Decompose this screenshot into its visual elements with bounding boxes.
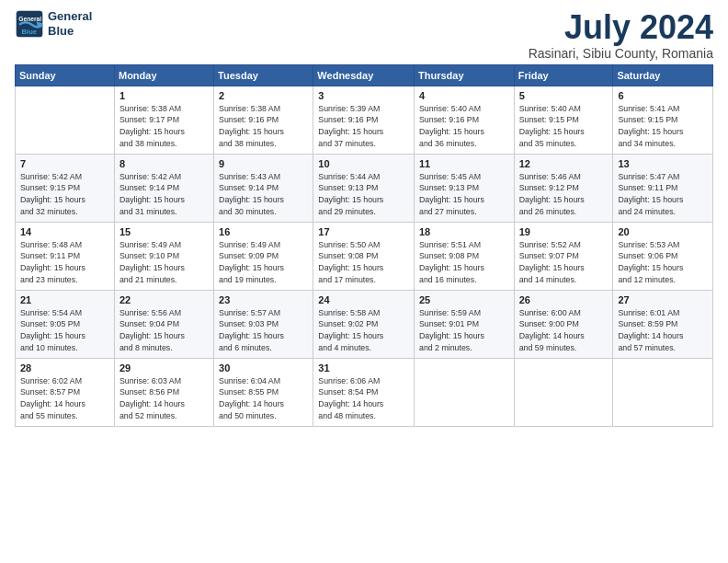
calendar-cell: 8Sunrise: 5:42 AM Sunset: 9:14 PM Daylig…	[114, 154, 213, 222]
calendar-cell: 15Sunrise: 5:49 AM Sunset: 9:10 PM Dayli…	[114, 222, 213, 290]
day-info: Sunrise: 5:49 AM Sunset: 9:10 PM Dayligh…	[119, 239, 209, 286]
day-info: Sunrise: 5:42 AM Sunset: 9:15 PM Dayligh…	[20, 171, 109, 218]
day-number: 11	[419, 158, 509, 169]
svg-text:General: General	[18, 16, 41, 22]
day-info: Sunrise: 5:47 AM Sunset: 9:11 PM Dayligh…	[618, 171, 708, 218]
calendar-cell	[514, 358, 613, 426]
page: General Blue General Blue July 2024 Rasi…	[0, 0, 728, 563]
calendar-cell	[414, 358, 514, 426]
day-number: 16	[219, 226, 308, 237]
day-number: 21	[20, 294, 109, 305]
day-info: Sunrise: 5:52 AM Sunset: 9:07 PM Dayligh…	[519, 239, 609, 286]
day-info: Sunrise: 5:58 AM Sunset: 9:02 PM Dayligh…	[318, 307, 409, 354]
calendar-cell: 21Sunrise: 5:54 AM Sunset: 9:05 PM Dayli…	[16, 290, 115, 358]
day-number: 3	[318, 90, 409, 101]
calendar-cell: 3Sunrise: 5:39 AM Sunset: 9:16 PM Daylig…	[313, 86, 415, 154]
calendar-cell: 5Sunrise: 5:40 AM Sunset: 9:15 PM Daylig…	[514, 86, 613, 154]
calendar-cell: 13Sunrise: 5:47 AM Sunset: 9:11 PM Dayli…	[613, 154, 713, 222]
day-info: Sunrise: 5:45 AM Sunset: 9:13 PM Dayligh…	[419, 171, 509, 218]
svg-text:Blue: Blue	[22, 28, 37, 36]
calendar-header-row: SundayMondayTuesdayWednesdayThursdayFrid…	[16, 64, 713, 86]
subtitle: Rasinari, Sibiu County, Romania	[529, 46, 713, 61]
day-header-sunday: Sunday	[16, 64, 115, 86]
calendar-cell: 28Sunrise: 6:02 AM Sunset: 8:57 PM Dayli…	[16, 358, 115, 426]
day-number: 12	[519, 158, 609, 169]
title-block: July 2024 Rasinari, Sibiu County, Romani…	[529, 9, 713, 61]
header: General Blue General Blue July 2024 Rasi…	[15, 9, 713, 61]
day-info: Sunrise: 5:40 AM Sunset: 9:15 PM Dayligh…	[519, 103, 609, 150]
day-header-saturday: Saturday	[613, 64, 713, 86]
day-info: Sunrise: 6:06 AM Sunset: 8:54 PM Dayligh…	[318, 375, 409, 422]
day-header-wednesday: Wednesday	[313, 64, 415, 86]
day-info: Sunrise: 6:00 AM Sunset: 9:00 PM Dayligh…	[519, 307, 609, 354]
day-number: 4	[419, 90, 509, 101]
day-number: 23	[219, 294, 308, 305]
calendar-cell	[613, 358, 713, 426]
day-number: 17	[318, 226, 409, 237]
day-number: 13	[618, 158, 708, 169]
day-info: Sunrise: 5:49 AM Sunset: 9:09 PM Dayligh…	[219, 239, 308, 286]
day-info: Sunrise: 5:39 AM Sunset: 9:16 PM Dayligh…	[318, 103, 409, 150]
day-number: 14	[20, 226, 109, 237]
calendar-table: SundayMondayTuesdayWednesdayThursdayFrid…	[15, 64, 713, 427]
calendar-week-4: 21Sunrise: 5:54 AM Sunset: 9:05 PM Dayli…	[16, 290, 713, 358]
calendar-cell: 23Sunrise: 5:57 AM Sunset: 9:03 PM Dayli…	[214, 290, 313, 358]
day-info: Sunrise: 6:04 AM Sunset: 8:55 PM Dayligh…	[219, 375, 308, 422]
calendar-cell: 9Sunrise: 5:43 AM Sunset: 9:14 PM Daylig…	[214, 154, 313, 222]
day-info: Sunrise: 6:02 AM Sunset: 8:57 PM Dayligh…	[20, 375, 109, 422]
day-info: Sunrise: 5:59 AM Sunset: 9:01 PM Dayligh…	[419, 307, 509, 354]
day-number: 28	[20, 362, 109, 373]
day-number: 6	[618, 90, 708, 101]
calendar-week-5: 28Sunrise: 6:02 AM Sunset: 8:57 PM Dayli…	[16, 358, 713, 426]
day-number: 10	[318, 158, 409, 169]
day-header-monday: Monday	[114, 64, 213, 86]
day-number: 18	[419, 226, 509, 237]
day-header-friday: Friday	[514, 64, 613, 86]
day-info: Sunrise: 6:01 AM Sunset: 8:59 PM Dayligh…	[618, 307, 708, 354]
day-info: Sunrise: 5:41 AM Sunset: 9:15 PM Dayligh…	[618, 103, 708, 150]
day-number: 20	[618, 226, 708, 237]
calendar-cell	[16, 86, 115, 154]
day-number: 26	[519, 294, 609, 305]
logo-icon: General Blue	[15, 9, 44, 39]
logo: General Blue General Blue	[15, 9, 92, 39]
day-info: Sunrise: 5:53 AM Sunset: 9:06 PM Dayligh…	[618, 239, 708, 286]
day-number: 8	[119, 158, 209, 169]
calendar-cell: 1Sunrise: 5:38 AM Sunset: 9:17 PM Daylig…	[114, 86, 213, 154]
day-number: 22	[119, 294, 209, 305]
day-info: Sunrise: 5:56 AM Sunset: 9:04 PM Dayligh…	[119, 307, 209, 354]
calendar-cell: 22Sunrise: 5:56 AM Sunset: 9:04 PM Dayli…	[114, 290, 213, 358]
day-number: 5	[519, 90, 609, 101]
calendar-cell: 20Sunrise: 5:53 AM Sunset: 9:06 PM Dayli…	[613, 222, 713, 290]
calendar-cell: 4Sunrise: 5:40 AM Sunset: 9:16 PM Daylig…	[414, 86, 514, 154]
calendar-cell: 6Sunrise: 5:41 AM Sunset: 9:15 PM Daylig…	[613, 86, 713, 154]
calendar-cell: 18Sunrise: 5:51 AM Sunset: 9:08 PM Dayli…	[414, 222, 514, 290]
day-number: 15	[119, 226, 209, 237]
calendar-cell: 31Sunrise: 6:06 AM Sunset: 8:54 PM Dayli…	[313, 358, 415, 426]
day-info: Sunrise: 5:38 AM Sunset: 9:17 PM Dayligh…	[119, 103, 209, 150]
day-info: Sunrise: 5:42 AM Sunset: 9:14 PM Dayligh…	[119, 171, 209, 218]
day-number: 25	[419, 294, 509, 305]
calendar-cell: 19Sunrise: 5:52 AM Sunset: 9:07 PM Dayli…	[514, 222, 613, 290]
day-info: Sunrise: 5:43 AM Sunset: 9:14 PM Dayligh…	[219, 171, 308, 218]
calendar-week-2: 7Sunrise: 5:42 AM Sunset: 9:15 PM Daylig…	[16, 154, 713, 222]
calendar-cell: 25Sunrise: 5:59 AM Sunset: 9:01 PM Dayli…	[414, 290, 514, 358]
calendar-cell: 11Sunrise: 5:45 AM Sunset: 9:13 PM Dayli…	[414, 154, 514, 222]
calendar-cell: 26Sunrise: 6:00 AM Sunset: 9:00 PM Dayli…	[514, 290, 613, 358]
day-header-tuesday: Tuesday	[214, 64, 313, 86]
day-number: 27	[618, 294, 708, 305]
calendar-week-3: 14Sunrise: 5:48 AM Sunset: 9:11 PM Dayli…	[16, 222, 713, 290]
calendar-week-1: 1Sunrise: 5:38 AM Sunset: 9:17 PM Daylig…	[16, 86, 713, 154]
calendar-cell: 2Sunrise: 5:38 AM Sunset: 9:16 PM Daylig…	[214, 86, 313, 154]
day-number: 24	[318, 294, 409, 305]
day-info: Sunrise: 6:03 AM Sunset: 8:56 PM Dayligh…	[119, 375, 209, 422]
calendar-cell: 29Sunrise: 6:03 AM Sunset: 8:56 PM Dayli…	[114, 358, 213, 426]
day-info: Sunrise: 5:46 AM Sunset: 9:12 PM Dayligh…	[519, 171, 609, 218]
calendar-cell: 14Sunrise: 5:48 AM Sunset: 9:11 PM Dayli…	[16, 222, 115, 290]
day-info: Sunrise: 5:54 AM Sunset: 9:05 PM Dayligh…	[20, 307, 109, 354]
logo-text: General Blue	[48, 9, 92, 38]
day-info: Sunrise: 5:38 AM Sunset: 9:16 PM Dayligh…	[219, 103, 308, 150]
day-info: Sunrise: 5:57 AM Sunset: 9:03 PM Dayligh…	[219, 307, 308, 354]
calendar-cell: 24Sunrise: 5:58 AM Sunset: 9:02 PM Dayli…	[313, 290, 415, 358]
main-title: July 2024	[529, 9, 713, 46]
